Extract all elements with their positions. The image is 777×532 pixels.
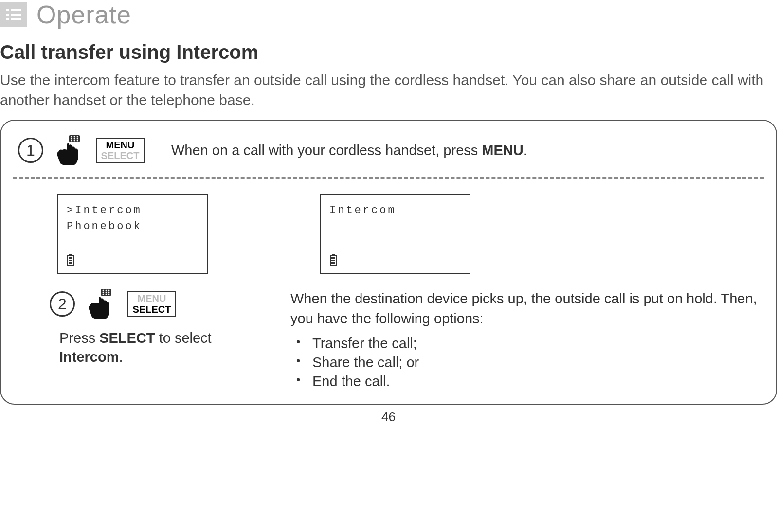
handset-screen-intercom: Intercom xyxy=(320,194,470,274)
svg-rect-4 xyxy=(6,18,9,20)
screen-line-1: >Intercom xyxy=(67,202,198,218)
menu-select-button: MENU SELECT xyxy=(127,291,176,317)
svg-rect-5 xyxy=(11,18,21,20)
step-2-row: 2 MENU SELECT xyxy=(50,289,261,319)
svg-rect-34 xyxy=(331,260,335,261)
right-column: Intercom When the destination device pic… xyxy=(290,194,759,391)
svg-rect-20 xyxy=(69,262,72,264)
svg-rect-1 xyxy=(11,9,21,11)
battery-icon xyxy=(329,254,337,266)
menu-label: MENU xyxy=(128,293,175,304)
step-2-text: Press SELECT to select Intercom. xyxy=(59,329,261,367)
menu-label: MENU xyxy=(97,140,144,150)
svg-rect-33 xyxy=(331,257,335,259)
svg-point-7 xyxy=(71,136,72,138)
svg-point-29 xyxy=(106,294,107,295)
svg-point-22 xyxy=(103,290,104,291)
svg-rect-19 xyxy=(69,260,72,261)
svg-point-28 xyxy=(103,294,104,295)
svg-point-24 xyxy=(108,290,110,291)
svg-rect-18 xyxy=(69,257,72,259)
options-intro: When the destination device picks up, th… xyxy=(290,289,759,328)
section-title: Operate xyxy=(36,0,131,29)
page-number: 46 xyxy=(0,409,777,425)
svg-point-26 xyxy=(106,292,107,293)
select-label: SELECT xyxy=(128,304,175,315)
step-2-number: 2 xyxy=(50,291,75,317)
svg-rect-0 xyxy=(6,9,9,11)
step-1-row: 1 MENU SELECT When on a call with your c… xyxy=(18,135,759,165)
handset-screen-menu: >Intercom Phonebook xyxy=(57,194,208,274)
svg-point-13 xyxy=(71,140,72,142)
screen-line-2: Phonebook xyxy=(67,218,198,234)
svg-rect-35 xyxy=(331,262,335,264)
step-divider xyxy=(13,177,764,179)
menu-select-button: MENU SELECT xyxy=(96,138,145,163)
hand-press-icon xyxy=(55,135,84,165)
list-icon xyxy=(0,2,27,27)
main-heading: Call transfer using Intercom xyxy=(0,41,777,63)
svg-point-11 xyxy=(74,138,75,140)
svg-point-8 xyxy=(74,136,75,138)
svg-rect-2 xyxy=(6,14,9,16)
step-columns: >Intercom Phonebook 2 xyxy=(18,194,759,391)
svg-point-14 xyxy=(74,140,75,142)
screen-line-1: Intercom xyxy=(329,202,461,218)
steps-container: 1 MENU SELECT When on a call with your c… xyxy=(0,120,777,405)
select-label: SELECT xyxy=(97,150,144,161)
svg-point-23 xyxy=(106,290,107,291)
step-1-text: When on a call with your cordless handse… xyxy=(171,142,527,159)
battery-icon xyxy=(67,254,74,266)
step-1-number: 1 xyxy=(18,138,43,163)
option-item: Transfer the call; xyxy=(290,334,759,353)
left-column: >Intercom Phonebook 2 xyxy=(57,194,261,391)
hand-press-icon xyxy=(87,289,115,319)
svg-point-15 xyxy=(77,140,78,142)
options-list: Transfer the call; Share the call; or En… xyxy=(290,334,759,391)
option-item: End the call. xyxy=(290,372,759,391)
svg-point-10 xyxy=(71,138,72,140)
svg-point-25 xyxy=(103,292,104,293)
svg-point-27 xyxy=(108,292,110,293)
svg-point-30 xyxy=(108,294,110,295)
option-item: Share the call; or xyxy=(290,353,759,372)
svg-point-9 xyxy=(77,136,78,138)
svg-rect-3 xyxy=(11,14,21,16)
svg-point-12 xyxy=(77,138,78,140)
intro-text: Use the intercom feature to transfer an … xyxy=(0,71,777,110)
header-tab: Operate xyxy=(0,0,777,29)
